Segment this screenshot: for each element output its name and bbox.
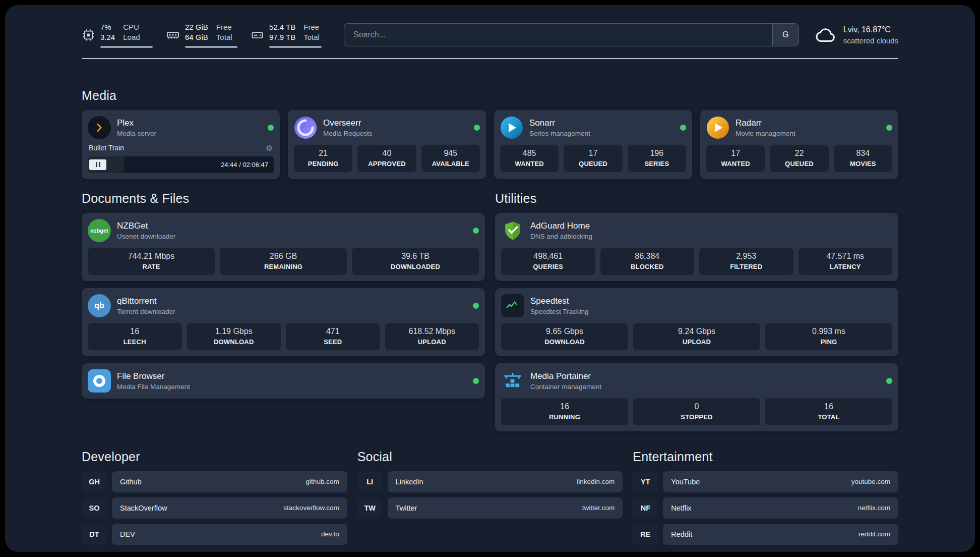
search-input[interactable] bbox=[344, 24, 772, 46]
playback-progress-bar[interactable]: 24:44 / 02:06:47 bbox=[88, 156, 274, 173]
app-name: File Browser bbox=[117, 371, 190, 381]
developer-column: Developer GH Github github.com SO StackO… bbox=[82, 450, 347, 550]
bookmark-url: stackoverflow.com bbox=[283, 504, 339, 512]
app-card-qbittorrent[interactable]: qb qBittorrent Torrent downloader 16 LEE… bbox=[82, 288, 485, 356]
memory-usage-bar bbox=[185, 46, 237, 48]
bookmark-youtube[interactable]: YT YouTube youtube.com bbox=[633, 471, 898, 492]
bookmark-url: dev.to bbox=[321, 530, 339, 538]
status-dot bbox=[268, 125, 274, 131]
radarr-icon bbox=[706, 116, 729, 139]
app-card-overseerr[interactable]: Overseerr Media Requests 21 PENDING 40 A… bbox=[288, 110, 486, 179]
topbar: 7% 3.24 CPU Load bbox=[82, 22, 898, 48]
cpu-usage-bar bbox=[100, 46, 153, 48]
bookmark-netflix[interactable]: NF Netflix netflix.com bbox=[633, 497, 898, 519]
app-name: Overseerr bbox=[323, 118, 373, 128]
now-playing-title: Bullet Train bbox=[89, 144, 124, 152]
sonarr-icon bbox=[500, 116, 523, 139]
social-column: Social LI LinkedIn linkedin.com TW Twitt… bbox=[357, 450, 623, 550]
app-card-plex[interactable]: Plex Media server Bullet Train ⚙ 24:44 /… bbox=[82, 110, 280, 179]
status-dot bbox=[886, 378, 892, 384]
stat-tile: 21 PENDING bbox=[294, 145, 352, 172]
search-bar: G bbox=[344, 23, 799, 46]
app-subtitle: Torrent downloader bbox=[117, 308, 175, 315]
app-card-adguard[interactable]: AdGuard Home DNS and adblocking 498,461 … bbox=[495, 213, 898, 281]
overseerr-icon bbox=[294, 116, 317, 139]
app-subtitle: Speedtest Tracking bbox=[530, 308, 589, 315]
bookmark-reddit[interactable]: RE Reddit reddit.com bbox=[633, 524, 898, 545]
status-dot bbox=[680, 125, 686, 131]
section-title-media: Media bbox=[82, 88, 898, 103]
app-name: AdGuard Home bbox=[530, 221, 592, 231]
app-subtitle: Movie management bbox=[736, 130, 795, 137]
filebrowser-icon bbox=[88, 369, 111, 393]
disk-total-value: 97.9 TB bbox=[269, 32, 295, 42]
bookmark-url: twitter.com bbox=[582, 504, 615, 512]
app-card-filebrowser[interactable]: File Browser Media File Management bbox=[82, 363, 485, 399]
app-name: NZBGet bbox=[117, 221, 175, 231]
disk-widget: 52.4 TB 97.9 TB Free Total bbox=[251, 22, 322, 48]
stat-tile: 618.52 Mbps UPLOAD bbox=[385, 323, 479, 350]
weather-widget: Lviv, 16.87°C scattered clouds bbox=[814, 23, 898, 46]
disk-free-label: Free bbox=[303, 22, 320, 32]
pause-button[interactable] bbox=[89, 159, 106, 170]
app-subtitle: Series management bbox=[529, 130, 590, 137]
stat-tile: 485 WANTED bbox=[500, 145, 559, 172]
bookmark-url: github.com bbox=[306, 478, 339, 485]
stat-tile: 266 GB REMAINING bbox=[220, 248, 347, 275]
weather-condition: scattered clouds bbox=[843, 35, 898, 46]
stat-tile: 834 MOVIES bbox=[834, 145, 892, 172]
stat-tile: 17 QUEUED bbox=[564, 145, 622, 172]
bookmark-name: StackOverflow bbox=[120, 504, 167, 512]
bookmark-stackoverflow[interactable]: SO StackOverflow stackoverflow.com bbox=[82, 497, 347, 519]
app-card-nzbget[interactable]: nzbget NZBGet Usenet downloader 744.21 M… bbox=[82, 213, 485, 281]
stat-tile: 17 WANTED bbox=[706, 145, 765, 172]
stat-tile: 1.19 Gbps DOWNLOAD bbox=[187, 323, 281, 350]
bookmark-github[interactable]: GH Github github.com bbox=[82, 471, 347, 492]
app-card-radarr[interactable]: Radarr Movie management 17 WANTED 22 QUE… bbox=[700, 110, 898, 179]
stat-tile: 16 LEECH bbox=[88, 323, 182, 350]
bookmark-name: YouTube bbox=[671, 478, 700, 486]
documents-column: Documents & Files nzbget NZBGet Usenet d… bbox=[82, 191, 485, 399]
bookmark-twitter[interactable]: TW Twitter twitter.com bbox=[357, 497, 623, 519]
memory-widget: 22 GiB 64 GiB Free Total bbox=[166, 22, 237, 48]
qbittorrent-icon: qb bbox=[88, 294, 111, 317]
cpu-icon bbox=[82, 28, 95, 42]
entertainment-column: Entertainment YT YouTube youtube.com NF … bbox=[633, 450, 898, 550]
media-section: Media Plex Media server bbox=[82, 88, 898, 179]
speedtest-icon bbox=[501, 294, 524, 317]
app-card-portainer[interactable]: Media Portainer Container management 16 … bbox=[495, 363, 898, 431]
bookmark-linkedin[interactable]: LI LinkedIn linkedin.com bbox=[357, 471, 623, 492]
gear-icon[interactable]: ⚙ bbox=[266, 143, 273, 153]
memory-free-value: 22 GiB bbox=[185, 22, 208, 32]
app-card-sonarr[interactable]: Sonarr Series management 485 WANTED 17 Q… bbox=[494, 110, 692, 179]
app-card-speedtest[interactable]: Speedtest Speedtest Tracking 9.65 Gbps D… bbox=[495, 288, 898, 356]
cpu-load-value: 3.24 bbox=[100, 32, 115, 42]
search-engine-button[interactable]: G bbox=[772, 24, 799, 46]
memory-total-value: 64 GiB bbox=[185, 32, 208, 42]
stat-tile: 744.21 Mbps RATE bbox=[88, 248, 215, 275]
memory-free-label: Free bbox=[216, 22, 232, 32]
app-subtitle: Media File Management bbox=[117, 383, 190, 391]
app-name: Media Portainer bbox=[530, 371, 601, 381]
section-title-documents: Documents & Files bbox=[82, 191, 485, 206]
bookmark-dev[interactable]: DT DEV dev.to bbox=[82, 524, 347, 545]
cloud-icon bbox=[814, 23, 837, 46]
app-name: Plex bbox=[117, 118, 156, 128]
bookmark-name: LinkedIn bbox=[396, 478, 423, 486]
bookmark-abbr: SO bbox=[82, 497, 107, 519]
app-name: qBittorrent bbox=[117, 296, 175, 306]
disk-free-value: 52.4 TB bbox=[269, 22, 295, 32]
app-subtitle: Usenet downloader bbox=[117, 233, 175, 240]
stat-tile: 945 AVAILABLE bbox=[421, 145, 480, 172]
disk-total-label: Total bbox=[303, 32, 320, 42]
utilities-column: Utilities AdGuard Home bbox=[495, 191, 898, 431]
nzbget-icon: nzbget bbox=[88, 219, 111, 242]
bookmark-abbr: RE bbox=[633, 524, 658, 545]
app-name: Speedtest bbox=[530, 296, 589, 306]
status-dot bbox=[474, 125, 480, 131]
app-subtitle: Media Requests bbox=[323, 130, 373, 137]
app-subtitle: DNS and adblocking bbox=[530, 233, 592, 240]
bookmark-abbr: DT bbox=[82, 524, 107, 545]
section-title-social: Social bbox=[357, 450, 623, 464]
bookmark-url: netflix.com bbox=[858, 504, 890, 512]
